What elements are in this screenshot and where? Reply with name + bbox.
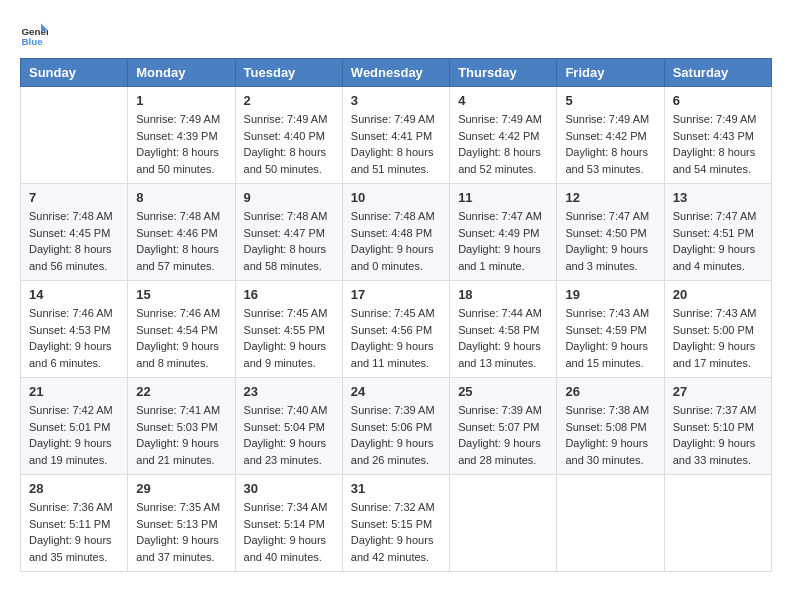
day-info: Sunrise: 7:49 AM Sunset: 4:41 PM Dayligh… <box>351 111 441 177</box>
sunrise: Sunrise: 7:46 AM <box>136 307 220 319</box>
calendar-header: SundayMondayTuesdayWednesdayThursdayFrid… <box>21 59 772 87</box>
column-header-thursday: Thursday <box>450 59 557 87</box>
day-info: Sunrise: 7:49 AM Sunset: 4:42 PM Dayligh… <box>458 111 548 177</box>
column-header-saturday: Saturday <box>664 59 771 87</box>
sunrise: Sunrise: 7:49 AM <box>458 113 542 125</box>
daylight: Daylight: 9 hours and 17 minutes. <box>673 340 756 369</box>
daylight: Daylight: 8 hours and 50 minutes. <box>136 146 219 175</box>
day-number: 9 <box>244 190 334 205</box>
sunrise: Sunrise: 7:40 AM <box>244 404 328 416</box>
day-info: Sunrise: 7:48 AM Sunset: 4:48 PM Dayligh… <box>351 208 441 274</box>
day-cell: 8 Sunrise: 7:48 AM Sunset: 4:46 PM Dayli… <box>128 184 235 281</box>
day-info: Sunrise: 7:40 AM Sunset: 5:04 PM Dayligh… <box>244 402 334 468</box>
day-cell: 24 Sunrise: 7:39 AM Sunset: 5:06 PM Dayl… <box>342 378 449 475</box>
daylight: Daylight: 9 hours and 15 minutes. <box>565 340 648 369</box>
day-number: 12 <box>565 190 655 205</box>
column-header-tuesday: Tuesday <box>235 59 342 87</box>
sunset: Sunset: 4:50 PM <box>565 227 646 239</box>
day-cell: 12 Sunrise: 7:47 AM Sunset: 4:50 PM Dayl… <box>557 184 664 281</box>
day-cell: 23 Sunrise: 7:40 AM Sunset: 5:04 PM Dayl… <box>235 378 342 475</box>
day-info: Sunrise: 7:45 AM Sunset: 4:55 PM Dayligh… <box>244 305 334 371</box>
daylight: Daylight: 9 hours and 13 minutes. <box>458 340 541 369</box>
day-cell: 21 Sunrise: 7:42 AM Sunset: 5:01 PM Dayl… <box>21 378 128 475</box>
daylight: Daylight: 9 hours and 23 minutes. <box>244 437 327 466</box>
daylight: Daylight: 9 hours and 28 minutes. <box>458 437 541 466</box>
sunrise: Sunrise: 7:32 AM <box>351 501 435 513</box>
day-number: 13 <box>673 190 763 205</box>
sunset: Sunset: 4:43 PM <box>673 130 754 142</box>
day-cell: 5 Sunrise: 7:49 AM Sunset: 4:42 PM Dayli… <box>557 87 664 184</box>
day-cell: 6 Sunrise: 7:49 AM Sunset: 4:43 PM Dayli… <box>664 87 771 184</box>
daylight: Daylight: 9 hours and 30 minutes. <box>565 437 648 466</box>
column-header-monday: Monday <box>128 59 235 87</box>
sunset: Sunset: 4:51 PM <box>673 227 754 239</box>
week-row-1: 1 Sunrise: 7:49 AM Sunset: 4:39 PM Dayli… <box>21 87 772 184</box>
daylight: Daylight: 9 hours and 11 minutes. <box>351 340 434 369</box>
daylight: Daylight: 9 hours and 9 minutes. <box>244 340 327 369</box>
day-info: Sunrise: 7:34 AM Sunset: 5:14 PM Dayligh… <box>244 499 334 565</box>
day-info: Sunrise: 7:37 AM Sunset: 5:10 PM Dayligh… <box>673 402 763 468</box>
day-number: 21 <box>29 384 119 399</box>
day-number: 7 <box>29 190 119 205</box>
sunrise: Sunrise: 7:49 AM <box>244 113 328 125</box>
day-number: 19 <box>565 287 655 302</box>
daylight: Daylight: 8 hours and 50 minutes. <box>244 146 327 175</box>
week-row-3: 14 Sunrise: 7:46 AM Sunset: 4:53 PM Dayl… <box>21 281 772 378</box>
sunrise: Sunrise: 7:46 AM <box>29 307 113 319</box>
sunrise: Sunrise: 7:45 AM <box>351 307 435 319</box>
sunrise: Sunrise: 7:48 AM <box>244 210 328 222</box>
daylight: Daylight: 9 hours and 0 minutes. <box>351 243 434 272</box>
day-info: Sunrise: 7:46 AM Sunset: 4:54 PM Dayligh… <box>136 305 226 371</box>
sunrise: Sunrise: 7:49 AM <box>565 113 649 125</box>
day-cell: 10 Sunrise: 7:48 AM Sunset: 4:48 PM Dayl… <box>342 184 449 281</box>
day-info: Sunrise: 7:49 AM Sunset: 4:39 PM Dayligh… <box>136 111 226 177</box>
day-number: 5 <box>565 93 655 108</box>
sunrise: Sunrise: 7:41 AM <box>136 404 220 416</box>
day-number: 17 <box>351 287 441 302</box>
day-cell: 22 Sunrise: 7:41 AM Sunset: 5:03 PM Dayl… <box>128 378 235 475</box>
day-info: Sunrise: 7:35 AM Sunset: 5:13 PM Dayligh… <box>136 499 226 565</box>
day-number: 29 <box>136 481 226 496</box>
calendar-table: SundayMondayTuesdayWednesdayThursdayFrid… <box>20 58 772 572</box>
sunset: Sunset: 5:14 PM <box>244 518 325 530</box>
sunset: Sunset: 4:41 PM <box>351 130 432 142</box>
day-info: Sunrise: 7:32 AM Sunset: 5:15 PM Dayligh… <box>351 499 441 565</box>
day-number: 3 <box>351 93 441 108</box>
day-cell: 1 Sunrise: 7:49 AM Sunset: 4:39 PM Dayli… <box>128 87 235 184</box>
sunset: Sunset: 5:11 PM <box>29 518 110 530</box>
sunset: Sunset: 5:07 PM <box>458 421 539 433</box>
sunrise: Sunrise: 7:39 AM <box>351 404 435 416</box>
day-cell: 26 Sunrise: 7:38 AM Sunset: 5:08 PM Dayl… <box>557 378 664 475</box>
day-cell <box>450 475 557 572</box>
day-number: 26 <box>565 384 655 399</box>
day-info: Sunrise: 7:42 AM Sunset: 5:01 PM Dayligh… <box>29 402 119 468</box>
daylight: Daylight: 9 hours and 21 minutes. <box>136 437 219 466</box>
sunset: Sunset: 4:48 PM <box>351 227 432 239</box>
logo: General Blue <box>20 20 48 48</box>
sunset: Sunset: 4:42 PM <box>565 130 646 142</box>
day-info: Sunrise: 7:44 AM Sunset: 4:58 PM Dayligh… <box>458 305 548 371</box>
sunset: Sunset: 5:00 PM <box>673 324 754 336</box>
sunset: Sunset: 4:54 PM <box>136 324 217 336</box>
daylight: Daylight: 9 hours and 6 minutes. <box>29 340 112 369</box>
column-header-sunday: Sunday <box>21 59 128 87</box>
sunrise: Sunrise: 7:44 AM <box>458 307 542 319</box>
daylight: Daylight: 9 hours and 40 minutes. <box>244 534 327 563</box>
sunrise: Sunrise: 7:37 AM <box>673 404 757 416</box>
day-info: Sunrise: 7:49 AM Sunset: 4:40 PM Dayligh… <box>244 111 334 177</box>
day-cell: 19 Sunrise: 7:43 AM Sunset: 4:59 PM Dayl… <box>557 281 664 378</box>
day-cell <box>557 475 664 572</box>
day-info: Sunrise: 7:47 AM Sunset: 4:49 PM Dayligh… <box>458 208 548 274</box>
week-row-5: 28 Sunrise: 7:36 AM Sunset: 5:11 PM Dayl… <box>21 475 772 572</box>
day-number: 22 <box>136 384 226 399</box>
daylight: Daylight: 9 hours and 1 minute. <box>458 243 541 272</box>
sunset: Sunset: 5:06 PM <box>351 421 432 433</box>
logo-icon: General Blue <box>20 20 48 48</box>
sunrise: Sunrise: 7:49 AM <box>673 113 757 125</box>
day-cell: 2 Sunrise: 7:49 AM Sunset: 4:40 PM Dayli… <box>235 87 342 184</box>
sunrise: Sunrise: 7:42 AM <box>29 404 113 416</box>
day-info: Sunrise: 7:39 AM Sunset: 5:06 PM Dayligh… <box>351 402 441 468</box>
day-cell: 27 Sunrise: 7:37 AM Sunset: 5:10 PM Dayl… <box>664 378 771 475</box>
sunset: Sunset: 4:45 PM <box>29 227 110 239</box>
day-info: Sunrise: 7:38 AM Sunset: 5:08 PM Dayligh… <box>565 402 655 468</box>
